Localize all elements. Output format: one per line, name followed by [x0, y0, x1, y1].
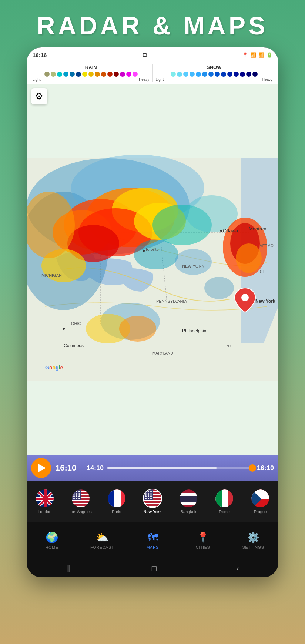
city-flag-us [143, 489, 162, 508]
svg-rect-64 [72, 506, 90, 507]
svg-text:OHIO: OHIO [71, 321, 82, 326]
settings-button[interactable]: ⚙ [31, 88, 47, 104]
svg-point-27 [119, 316, 156, 342]
svg-text:MICHIGAN: MICHIGAN [41, 273, 62, 278]
slider-container[interactable]: 14:10 16:10 [87, 464, 274, 472]
home-button[interactable]: ◻ [151, 564, 157, 572]
svg-point-98 [148, 495, 149, 497]
nav-item-cities[interactable]: 📍CITIES [178, 528, 228, 552]
svg-text:PENNSYLVANIA: PENNSYLVANIA [156, 299, 187, 303]
city-item-paris[interactable]: Paris [98, 486, 134, 517]
snow-heavy-label: Heavy [262, 77, 272, 82]
svg-point-91 [145, 491, 147, 492]
city-flag-uk [35, 489, 54, 508]
svg-point-72 [73, 495, 75, 497]
city-flag-italy [215, 489, 234, 508]
android-nav-bar: ||| ◻ ‹ [27, 559, 278, 577]
slider-time-end: 16:10 [257, 464, 274, 472]
rain-light-label: Light [33, 77, 41, 82]
status-time: 16:16 [33, 52, 47, 58]
snow-dots [171, 72, 258, 77]
svg-point-68 [78, 491, 80, 492]
city-name: Los Angeles [70, 509, 92, 514]
city-name: Bangkok [181, 509, 197, 514]
svg-text:CT: CT [260, 270, 265, 274]
rain-title: RAIN [85, 64, 97, 70]
nav-item-settings[interactable]: ⚙️SETTINGS [228, 528, 278, 552]
svg-rect-105 [180, 493, 198, 496]
svg-text:Google: Google [45, 365, 63, 371]
forecast-nav-label: FORECAST [90, 545, 114, 550]
slider-thumb[interactable] [249, 464, 256, 472]
rain-legend: RAIN Light Heavy [33, 64, 150, 82]
forecast-nav-icon: ⛅ [96, 531, 109, 544]
svg-text:Columbus: Columbus [64, 343, 84, 348]
phone-frame: 16:16 🖼 📍 📶 📶 🔋 RAIN [27, 47, 278, 577]
gear-icon: ⚙ [35, 91, 43, 102]
city-flag-france [107, 489, 126, 508]
svg-rect-87 [144, 500, 162, 501]
svg-point-33 [143, 250, 145, 252]
svg-point-45 [241, 294, 249, 301]
svg-point-66 [73, 491, 75, 492]
svg-point-69 [73, 493, 75, 495]
city-item-bangkok[interactable]: Bangkok [171, 486, 207, 517]
recent-apps-button[interactable]: ||| [66, 564, 72, 572]
city-flag-thailand [179, 489, 198, 508]
nav-item-forecast[interactable]: ⛅FORECAST [77, 528, 127, 552]
play-button[interactable] [31, 458, 51, 478]
svg-text:VERMO...: VERMO... [260, 244, 276, 248]
snow-title: SNOW [207, 64, 221, 70]
city-name: New York [143, 509, 161, 514]
timeline-bar: 16:10 14:10 16:10 [27, 455, 278, 481]
city-item-los-angeles[interactable]: Los Angeles [63, 486, 98, 517]
svg-point-67 [76, 491, 77, 492]
city-name: London [38, 509, 51, 514]
cities-nav-label: CITIES [196, 545, 210, 550]
svg-rect-88 [144, 503, 162, 504]
svg-point-96 [150, 493, 152, 495]
map-area[interactable]: Ottawa Montreal MICHIGAN Toronto NEW YOR… [27, 84, 278, 455]
time-display-left: 16:10 [56, 463, 82, 473]
cities-row: London [27, 481, 278, 522]
svg-point-71 [78, 493, 80, 495]
svg-text:NJ: NJ [227, 344, 231, 348]
nav-item-home[interactable]: 🌍HOME [27, 528, 77, 552]
slider-time-start: 14:10 [87, 464, 104, 472]
city-item-prague[interactable]: Prague [242, 486, 278, 517]
battery-icon: 🔋 [267, 52, 272, 58]
nav-item-maps[interactable]: 🗺MAPS [127, 528, 178, 552]
screenshot-icon: 🖼 [142, 52, 147, 58]
svg-point-18 [134, 240, 178, 269]
city-name: Paris [112, 509, 121, 514]
back-button[interactable]: ‹ [237, 564, 239, 572]
svg-point-29 [220, 230, 222, 232]
city-item-london[interactable]: London [27, 486, 63, 517]
bottom-nav: 🌍HOME⛅FORECAST🗺MAPS📍CITIES⚙️SETTINGS [27, 522, 278, 559]
city-item-rome[interactable]: Rome [207, 486, 242, 517]
svg-text:New York: New York [255, 299, 275, 304]
home-nav-icon: 🌍 [46, 531, 58, 544]
svg-point-23 [175, 249, 212, 275]
legend-divider [152, 64, 153, 82]
slider-track[interactable] [107, 467, 253, 469]
svg-point-93 [150, 491, 152, 492]
city-name: Prague [254, 509, 267, 514]
radar-map: Ottawa Montreal MICHIGAN Toronto NEW YOR… [27, 84, 278, 455]
svg-rect-106 [180, 496, 198, 502]
snow-light-label: Light [156, 77, 164, 82]
svg-rect-111 [215, 489, 222, 508]
signal-icon: 📶 [258, 52, 264, 58]
svg-text:NEW YORK: NEW YORK [182, 264, 204, 268]
svg-point-22 [236, 243, 262, 273]
svg-point-102 [150, 498, 152, 499]
rain-dots [44, 72, 138, 77]
city-item-new-york[interactable]: New York [134, 486, 170, 517]
svg-rect-81 [108, 489, 114, 508]
rain-heavy-label: Heavy [139, 77, 149, 82]
svg-point-94 [145, 493, 147, 495]
svg-point-76 [76, 498, 77, 499]
location-icon: 📍 [242, 52, 248, 58]
svg-point-95 [148, 493, 149, 495]
snow-legend: SNOW Light Heavy [156, 64, 273, 82]
